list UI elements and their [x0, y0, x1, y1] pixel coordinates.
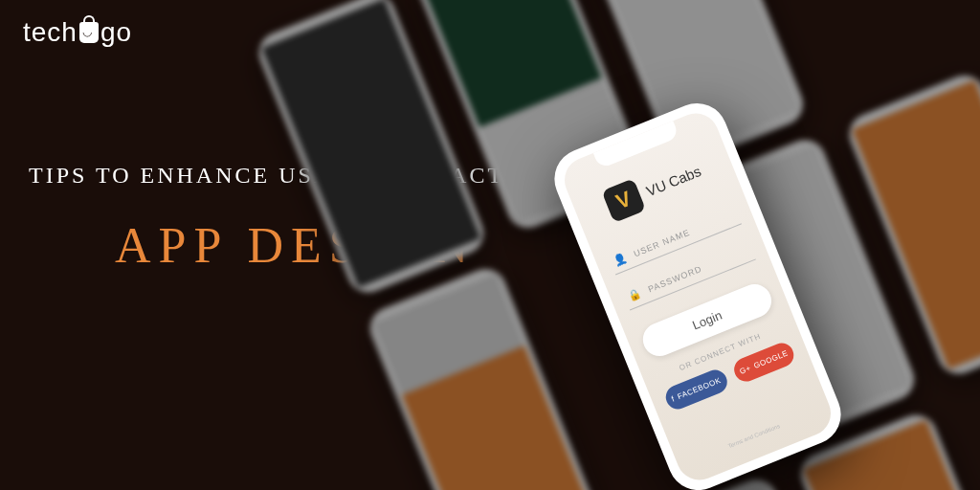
brand-logo: techgo [23, 17, 132, 48]
brand-text-suffix: go [100, 17, 132, 48]
app-name-text: VU Cabs [644, 163, 703, 199]
lock-icon: 🔒 [627, 286, 644, 302]
app-logo-icon: V [601, 178, 646, 223]
password-label: PASSWORD [646, 263, 702, 294]
user-icon: 👤 [612, 251, 630, 267]
brand-text-prefix: tech [23, 17, 78, 48]
facebook-icon: f [670, 394, 676, 403]
bag-icon [79, 22, 99, 43]
username-label: USER NAME [632, 227, 691, 258]
bg-phone [364, 262, 601, 490]
google-icon: G+ [739, 364, 752, 376]
